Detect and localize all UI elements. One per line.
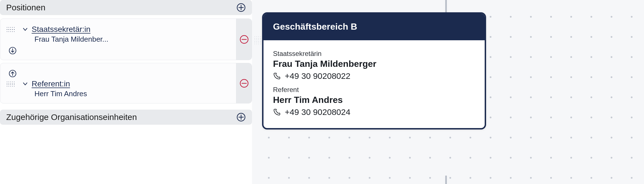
connector-line xyxy=(445,176,447,184)
arrow-up-circle-icon xyxy=(8,69,17,78)
role-phone: +49 30 90208024 xyxy=(273,107,475,117)
collapse-toggle[interactable] xyxy=(22,81,28,87)
orgunits-section-header: Zugehörige Organisationseinheiten xyxy=(0,110,252,125)
canvas-drag-handle-icon[interactable]: :::::::::::: xyxy=(254,36,262,44)
role-label: Referent xyxy=(273,86,475,94)
arrow-down-circle-icon xyxy=(8,46,17,55)
phone-icon xyxy=(273,108,281,116)
editor-panel: Positionen :::::::::: xyxy=(0,0,252,184)
minus-circle-icon xyxy=(239,79,249,88)
org-chart-canvas[interactable]: :::::::::::: Geschäftsbereich B Staatsse… xyxy=(252,0,644,184)
role-phone: +49 30 90208022 xyxy=(273,71,475,81)
add-position-button[interactable] xyxy=(236,3,246,12)
role-phone-text: +49 30 90208022 xyxy=(285,71,350,81)
position-card: :::::::::: Staatssekretär:in Frau Tanja … xyxy=(0,18,252,60)
collapse-toggle[interactable] xyxy=(22,26,28,32)
plus-circle-icon xyxy=(236,112,246,122)
position-subtitle: Frau Tanja Mildenber... xyxy=(34,35,231,44)
remove-position-button[interactable] xyxy=(239,35,249,44)
position-card-body: :::::::::: Staatssekretär:in Frau Tanja … xyxy=(0,19,236,60)
org-node-card[interactable]: Geschäftsbereich B Staatssekretärin Frau… xyxy=(262,12,486,129)
minus-circle-icon xyxy=(239,35,249,44)
phone-icon xyxy=(273,72,281,80)
role-name: Frau Tanja Mildenberger xyxy=(273,59,475,69)
plus-circle-icon xyxy=(236,3,246,12)
drag-handle-icon[interactable]: :::::::::: xyxy=(7,27,15,32)
role-label: Staatssekretärin xyxy=(273,50,475,58)
chevron-down-icon xyxy=(22,26,28,32)
move-down-button[interactable] xyxy=(7,46,18,55)
position-subtitle: Herr Tim Andres xyxy=(34,89,231,98)
remove-position-area xyxy=(236,19,252,60)
remove-position-area xyxy=(236,63,252,103)
chevron-down-icon xyxy=(22,81,28,87)
position-title-link[interactable]: Referent:in xyxy=(32,79,70,88)
position-card-body: :::::::::: Referent:in Herr Tim Andres xyxy=(0,63,236,103)
org-node-body: Staatssekretärin Frau Tanja Mildenberger… xyxy=(263,40,485,128)
positions-list: :::::::::: Staatssekretär:in Frau Tanja … xyxy=(0,18,252,107)
position-card: :::::::::: Referent:in Herr Tim Andres xyxy=(0,63,252,103)
role-name: Herr Tim Andres xyxy=(273,95,475,105)
position-title-link[interactable]: Staatssekretär:in xyxy=(32,25,90,34)
move-up-button[interactable] xyxy=(7,69,18,78)
add-orgunit-button[interactable] xyxy=(236,112,246,122)
orgunits-title: Zugehörige Organisationseinheiten xyxy=(6,112,137,122)
org-node-title: Geschäftsbereich B xyxy=(263,14,485,40)
connector-line xyxy=(445,0,447,12)
remove-position-button[interactable] xyxy=(239,79,249,88)
positions-section-header: Positionen xyxy=(0,0,252,15)
positions-title: Positionen xyxy=(6,3,45,12)
drag-handle-icon[interactable]: :::::::::: xyxy=(7,82,15,86)
role-phone-text: +49 30 90208024 xyxy=(285,107,350,117)
